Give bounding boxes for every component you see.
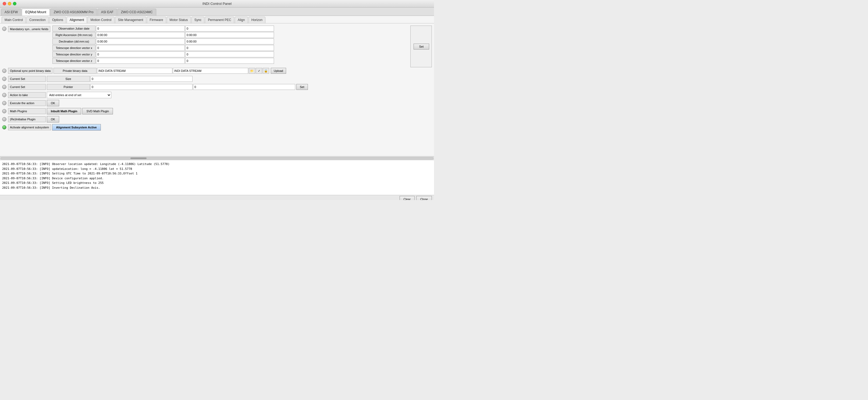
log-line-5: 2021-09-07T10:56:33: [INFO] Setting LED … <box>2 181 432 185</box>
log-line-1: 2021-09-07T10:56:33: [INFO] Observer loc… <box>2 162 432 167</box>
inbuilt-math-plugin-button[interactable]: Inbuilt Math Plugin <box>47 108 81 114</box>
current-set-size-indicator <box>2 77 6 81</box>
scroll-track[interactable] <box>1 157 433 159</box>
svd-math-plugin-button[interactable]: SVD Math Plugin <box>82 108 113 114</box>
field-value1-vec-z[interactable] <box>96 58 185 64</box>
reinitialise-label: (Re)Initialise Plugin <box>8 116 46 122</box>
current-set-size-label: Current Set <box>8 76 46 82</box>
execute-action-row: Execute the action OK <box>2 99 432 107</box>
field-value2-vec-x[interactable] <box>185 45 274 51</box>
device-tab-asi-efw[interactable]: ASI EFW <box>1 9 21 16</box>
maximize-button[interactable] <box>13 2 17 5</box>
action-label: Action to take <box>8 92 46 98</box>
current-set-pointer-set-button[interactable]: Set <box>296 84 308 90</box>
field-row-dec: Declination (dd:mm:ss) <box>53 38 409 45</box>
current-set-size-value[interactable] <box>90 76 192 82</box>
current-set-pointer-row: Current Set Pointer Set <box>2 83 432 90</box>
tab-options[interactable]: Options <box>49 17 66 23</box>
mandatory-sync-set-box: Set <box>410 26 432 67</box>
tab-main-control[interactable]: Main Control <box>2 17 26 23</box>
tab-horizon[interactable]: Horizon <box>248 17 266 23</box>
field-value1-julian-date[interactable] <box>96 26 185 31</box>
field-row-julian-date: Observation Julian date <box>53 26 409 31</box>
optional-sync-row: Optional sync point binary data Private … <box>2 67 432 74</box>
tab-align[interactable]: Align <box>235 17 248 23</box>
horizontal-scrollbar[interactable] <box>0 156 434 160</box>
action-indicator <box>2 93 6 97</box>
field-row-vec-y: Telescope direction vector y <box>53 51 409 57</box>
tab-sync[interactable]: Sync <box>191 17 205 23</box>
tab-firmware[interactable]: Firmware <box>147 17 166 23</box>
check-icon[interactable]: ✓ <box>256 68 262 74</box>
field-value1-vec-x[interactable] <box>96 45 185 51</box>
window-controls[interactable] <box>3 2 17 5</box>
current-set-pointer-value2[interactable] <box>193 84 295 90</box>
clear-button[interactable]: Clear <box>400 196 415 200</box>
execute-ok-button[interactable]: OK <box>47 100 59 106</box>
device-tab-asi-eaf[interactable]: ASI EAF <box>98 9 117 16</box>
field-value2-dec[interactable] <box>185 38 274 45</box>
action-to-take-row: Action to take Add entries at end of set… <box>2 91 432 98</box>
field-value1-dec[interactable] <box>96 38 185 45</box>
device-tab-eqmod-mount[interactable]: EQMod Mount <box>22 9 50 16</box>
reinitialise-ok-button[interactable]: OK <box>47 116 59 122</box>
optional-sync-value1[interactable] <box>97 68 173 74</box>
panel-tabs: Main Control Connection Options Alignmen… <box>0 16 434 23</box>
close-button-bottom[interactable]: Close <box>416 196 432 200</box>
mandatory-sync-set-button[interactable]: Set <box>413 44 429 50</box>
field-value2-vec-z[interactable] <box>185 58 274 64</box>
current-set-size-row: Current Set Size <box>2 75 432 82</box>
bottom-bar: Clear Close <box>0 195 434 200</box>
tab-motor-status[interactable]: Motor Status <box>167 17 191 23</box>
math-plugins-indicator <box>2 109 6 113</box>
log-line-3: 2021-09-07T10:56:33: [INFO] Setting UTC … <box>2 171 432 176</box>
tab-connection[interactable]: Connection <box>26 17 49 23</box>
activate-alignment-indicator <box>2 125 6 130</box>
device-tab-zwo-ccd-asi224mc[interactable]: ZWO CCD ASI224MC <box>118 9 156 16</box>
field-value2-julian-date[interactable] <box>185 26 274 31</box>
current-set-pointer-label: Current Set <box>8 84 46 90</box>
log-line-4: 2021-09-07T10:56:33: [INFO] Device confi… <box>2 176 432 181</box>
field-label-vec-x: Telescope direction vector x <box>53 45 95 51</box>
optional-sync-label: Optional sync point binary data <box>8 68 53 74</box>
optional-sync-field-label: Private binary data <box>54 68 96 74</box>
close-button[interactable] <box>3 2 6 5</box>
tab-site-management[interactable]: Site Management <box>115 17 146 23</box>
lock-icon[interactable]: 🔒 <box>263 68 269 74</box>
action-dropdown[interactable]: Add entries at end of set Clear and add … <box>47 92 111 98</box>
reinitialise-plugin-row: (Re)Initialise Plugin OK <box>2 116 432 123</box>
tab-motion-control[interactable]: Motion Control <box>87 17 114 23</box>
log-line-2: 2021-09-07T10:56:33: [INFO] updateLocati… <box>2 167 432 171</box>
device-tab-zwo-ccd-asi1600mm-pro[interactable]: ZWO CCD ASI1600MM Pro <box>50 9 97 16</box>
window-title: INDI Control Panel <box>203 2 231 6</box>
minimize-button[interactable] <box>8 2 11 5</box>
field-label-dec: Declination (dd:mm:ss) <box>53 38 95 45</box>
current-set-size-field-label: Size <box>47 76 90 82</box>
upload-button[interactable]: Upload <box>271 68 286 74</box>
field-label-vec-z: Telescope direction vector z <box>53 58 95 64</box>
tab-alignment[interactable]: Alignment <box>67 17 87 23</box>
math-plugins-row: Math Plugins Inbuilt Math Plugin SVD Mat… <box>2 108 432 115</box>
mandatory-sync-indicator <box>2 27 6 31</box>
activate-alignment-label: Activate alignment subsystem <box>8 124 51 130</box>
field-label-ra: Right Ascension (hh:mm:ss) <box>53 32 95 38</box>
mandatory-sync-fields: Observation Julian date Right Ascension … <box>53 26 409 64</box>
title-bar: INDI Control Panel <box>0 0 434 7</box>
math-plugins-label: Math Plugins <box>8 108 46 114</box>
log-area: 2021-09-07T10:56:33: [INFO] Observer loc… <box>0 160 434 195</box>
reinitialise-indicator <box>2 117 6 121</box>
execute-indicator <box>2 101 6 105</box>
file-icon[interactable]: 📁 <box>249 68 255 74</box>
current-set-pointer-field-label: Pointer <box>47 84 90 90</box>
execute-label: Execute the action <box>8 100 46 106</box>
current-set-pointer-value1[interactable] <box>90 84 192 90</box>
activate-alignment-row: Activate alignment subsystem Alignment S… <box>2 124 432 131</box>
optional-sync-value2[interactable] <box>173 68 248 74</box>
activate-alignment-button[interactable]: Alignment Subsystem Active <box>52 124 101 131</box>
field-value2-vec-y[interactable] <box>185 51 274 57</box>
field-value1-vec-y[interactable] <box>96 51 185 57</box>
field-value1-ra[interactable] <box>96 32 185 38</box>
scroll-thumb[interactable] <box>130 158 147 159</box>
field-value2-ra[interactable] <box>185 32 274 38</box>
tab-permanent-pec[interactable]: Permanent PEC <box>205 17 234 23</box>
